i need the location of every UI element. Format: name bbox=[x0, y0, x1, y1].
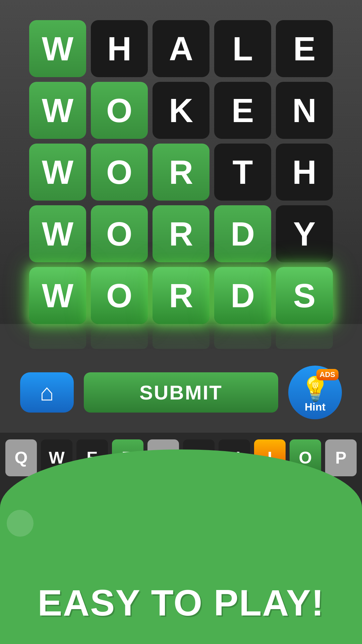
hint-label: Hint bbox=[305, 401, 325, 413]
tile-5-4: D bbox=[214, 267, 271, 324]
tile-4-3: R bbox=[153, 205, 209, 262]
tile-2-3: K bbox=[153, 82, 209, 139]
tile-2-1: W bbox=[29, 82, 86, 139]
tile-row-4: W O R D Y bbox=[27, 205, 335, 262]
hint-button[interactable]: ADS 💡 Hint bbox=[288, 366, 342, 419]
tile-4-4: D bbox=[214, 205, 271, 262]
tile-3-2: O bbox=[91, 144, 148, 201]
tile-5-1: W bbox=[29, 267, 86, 324]
tile-3-5: H bbox=[276, 144, 333, 201]
submit-label: SUBMIT bbox=[139, 381, 223, 404]
easy-to-play-text: EASY TO PLAY! bbox=[38, 581, 324, 624]
tile-5-5: S bbox=[276, 267, 333, 324]
game-area: W H A L E W O K E N W O R T H W O R D Y … bbox=[0, 0, 362, 324]
tile-4-1: W bbox=[29, 205, 86, 262]
tile-2-5: N bbox=[276, 82, 333, 139]
tile-3-4: T bbox=[214, 144, 271, 201]
tile-1-2: H bbox=[91, 20, 148, 77]
tile-5-2: O bbox=[91, 267, 148, 324]
home-button[interactable]: ⌂ bbox=[20, 372, 74, 413]
reflection-2 bbox=[91, 329, 148, 349]
tile-4-2: O bbox=[91, 205, 148, 262]
tile-4-5: Y bbox=[276, 205, 333, 262]
reflection-area bbox=[0, 329, 362, 349]
tile-1-1: W bbox=[29, 20, 86, 77]
key-p[interactable]: P bbox=[325, 439, 357, 476]
tile-3-1: W bbox=[29, 144, 86, 201]
green-dot bbox=[7, 510, 34, 537]
tile-1-5: E bbox=[276, 20, 333, 77]
action-area: ⌂ SUBMIT ADS 💡 Hint bbox=[0, 352, 362, 433]
tile-3-3: R bbox=[153, 144, 209, 201]
reflection-3 bbox=[153, 329, 209, 349]
tile-5-3: R bbox=[153, 267, 209, 324]
ads-badge: ADS bbox=[316, 369, 339, 380]
reflection-1 bbox=[29, 329, 86, 349]
tile-1-3: A bbox=[153, 20, 209, 77]
tile-2-4: E bbox=[214, 82, 271, 139]
tile-row-3: W O R T H bbox=[27, 144, 335, 201]
tile-row-2: W O K E N bbox=[27, 82, 335, 139]
home-icon: ⌂ bbox=[40, 379, 54, 406]
tile-row-5: W O R D S bbox=[27, 267, 335, 324]
reflection-5 bbox=[276, 329, 333, 349]
green-hill: EASY TO PLAY! bbox=[0, 449, 362, 644]
tile-row-1: W H A L E bbox=[27, 20, 335, 77]
submit-button[interactable]: SUBMIT bbox=[84, 372, 278, 413]
tile-2-2: O bbox=[91, 82, 148, 139]
tile-1-4: L bbox=[214, 20, 271, 77]
reflection-4 bbox=[214, 329, 271, 349]
reflection-row bbox=[27, 329, 335, 349]
key-q[interactable]: Q bbox=[5, 439, 37, 476]
